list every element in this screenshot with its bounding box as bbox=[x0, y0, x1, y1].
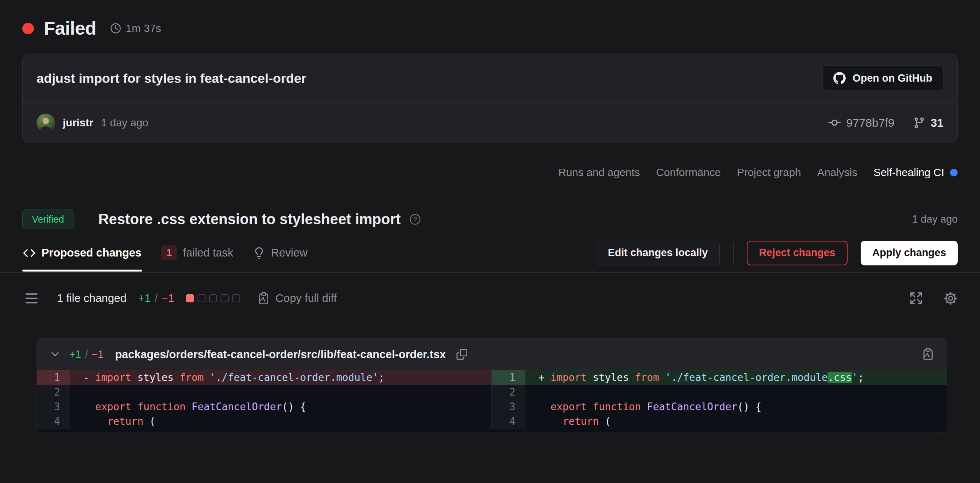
reject-changes-button[interactable]: Reject changes bbox=[747, 241, 848, 265]
copy-full-diff-label: Copy full diff bbox=[276, 292, 337, 305]
stat-square-empty bbox=[209, 294, 217, 302]
code-text: return ( bbox=[525, 414, 947, 429]
line-number: 2 bbox=[492, 385, 525, 399]
actions-divider bbox=[733, 242, 734, 264]
commit-card-top: adjust import for styles in feat-cancel-… bbox=[23, 54, 957, 102]
status-title: Failed bbox=[44, 18, 96, 39]
diff-toolbar-left: 1 file changed +1 / −1 Copy full diff bbox=[25, 292, 337, 305]
apply-changes-button[interactable]: Apply changes bbox=[861, 241, 958, 265]
clipboard-icon bbox=[257, 292, 270, 305]
branch-count: 31 bbox=[931, 116, 943, 129]
line-number: 3 bbox=[492, 399, 525, 414]
diff-line: 1+ import styles from './feat-cancel-ord… bbox=[492, 370, 947, 385]
github-icon bbox=[833, 72, 846, 84]
commit-time-ago: 1 day ago bbox=[101, 117, 148, 129]
stat-square-filled bbox=[186, 294, 194, 302]
stat-square-empty bbox=[221, 294, 229, 302]
hamburger-menu-icon[interactable] bbox=[25, 292, 38, 305]
tab-review[interactable]: Review bbox=[253, 235, 308, 271]
commit-card-bottom: juristr 1 day ago 9778b7f9 31 bbox=[23, 102, 957, 143]
code-text: return ( bbox=[70, 414, 492, 429]
copy-full-diff-button[interactable]: Copy full diff bbox=[257, 292, 337, 305]
section-nav: Runs and agents Conformance Project grap… bbox=[22, 166, 958, 179]
commit-meta: 9778b7f9 31 bbox=[828, 116, 943, 129]
commit-card: adjust import for styles in feat-cancel-… bbox=[22, 54, 958, 143]
code-text: export function FeatCancelOrder() { bbox=[525, 399, 947, 414]
tab-failed-task[interactable]: 1 failed task bbox=[161, 234, 234, 272]
tab-failed-task-label: failed task bbox=[183, 247, 233, 259]
commit-title: adjust import for styles in feat-cancel-… bbox=[37, 71, 306, 86]
tabs: Proposed changes 1 failed task Review bbox=[22, 234, 308, 272]
line-number: 4 bbox=[37, 414, 70, 429]
status-failed-dot bbox=[22, 23, 34, 34]
avatar-image bbox=[37, 114, 55, 132]
code-text: - import styles from './feat-cancel-orde… bbox=[70, 370, 492, 385]
open-on-github-label: Open on GitHub bbox=[853, 72, 932, 84]
nav-project-graph[interactable]: Project graph bbox=[737, 166, 801, 179]
tab-proposed-changes[interactable]: Proposed changes bbox=[22, 235, 142, 271]
deletions-count: −1 bbox=[162, 292, 174, 305]
fix-title: Restore .css extension to stylesheet imp… bbox=[98, 211, 401, 228]
files-changed-label: 1 file changed bbox=[57, 292, 127, 305]
diff-line: 4 return ( bbox=[37, 414, 492, 429]
copy-file-diff-icon[interactable] bbox=[921, 348, 935, 361]
fix-header: Verified Restore .css extension to style… bbox=[22, 210, 958, 229]
line-number: 1 bbox=[492, 370, 525, 385]
stat-slash: / bbox=[155, 292, 158, 305]
diff-toolbar: 1 file changed +1 / −1 Copy full diff bbox=[25, 291, 958, 305]
diff-line: 1- import styles from './feat-cancel-ord… bbox=[37, 370, 492, 385]
tabs-row: Proposed changes 1 failed task Review Ed… bbox=[0, 234, 980, 273]
edit-changes-locally-button[interactable]: Edit changes locally bbox=[596, 241, 720, 265]
fix-time-ago: 1 day ago bbox=[912, 213, 958, 225]
duration: 1m 37s bbox=[110, 22, 161, 35]
additions-count: +1 bbox=[138, 292, 151, 305]
commit-sha: 9778b7f9 bbox=[846, 116, 894, 129]
open-on-github-button[interactable]: Open on GitHub bbox=[822, 65, 943, 91]
commit-sha-item[interactable]: 9778b7f9 bbox=[828, 116, 894, 129]
diff-body: 1- import styles from './feat-cancel-ord… bbox=[37, 370, 947, 433]
fix-actions: Edit changes locally Reject changes Appl… bbox=[596, 241, 958, 265]
code-icon bbox=[23, 247, 35, 259]
line-number: 2 bbox=[37, 385, 70, 399]
branch-count-item[interactable]: 31 bbox=[913, 116, 943, 129]
diff-file-header: +1 / −1 packages/orders/feat-cancel-orde… bbox=[37, 339, 947, 370]
chevron-down-icon[interactable] bbox=[49, 349, 61, 360]
blue-dot-indicator bbox=[950, 169, 958, 176]
nav-conformance[interactable]: Conformance bbox=[656, 166, 721, 179]
diff-pane-old: 1- import styles from './feat-cancel-ord… bbox=[37, 370, 492, 429]
git-branch-icon bbox=[913, 117, 925, 129]
status-header: Failed 1m 37s bbox=[0, 0, 980, 39]
code-text bbox=[70, 385, 492, 399]
author-row: juristr 1 day ago bbox=[37, 114, 148, 132]
tab-proposed-changes-label: Proposed changes bbox=[42, 247, 141, 259]
line-number: 3 bbox=[37, 399, 70, 414]
expand-fullscreen-icon[interactable] bbox=[909, 291, 923, 305]
failed-task-count-badge: 1 bbox=[161, 245, 177, 260]
diff-line: 3 export function FeatCancelOrder() { bbox=[37, 399, 492, 414]
diff-pane-new: 1+ import styles from './feat-cancel-ord… bbox=[492, 370, 947, 429]
diff-line: 2 bbox=[37, 385, 492, 399]
file-path: packages/orders/feat-cancel-order/src/li… bbox=[115, 348, 446, 361]
gear-icon[interactable] bbox=[943, 291, 958, 305]
line-number: 4 bbox=[492, 414, 525, 429]
git-commit-icon bbox=[828, 117, 841, 129]
avatar bbox=[37, 114, 55, 132]
file-additions: +1 bbox=[69, 349, 81, 361]
nav-self-healing-ci[interactable]: Self-healing CI bbox=[873, 166, 958, 179]
nav-runs-and-agents[interactable]: Runs and agents bbox=[559, 166, 640, 179]
stat-square-empty bbox=[232, 294, 240, 302]
copy-path-icon[interactable] bbox=[457, 349, 467, 360]
file-stat-slash: / bbox=[85, 349, 88, 361]
help-icon[interactable]: ? bbox=[409, 213, 421, 225]
nav-analysis[interactable]: Analysis bbox=[817, 166, 857, 179]
diff-stat: +1 / −1 bbox=[138, 292, 174, 305]
duration-text: 1m 37s bbox=[126, 22, 161, 35]
diff-line: 4 return ( bbox=[492, 414, 947, 429]
stat-square-empty bbox=[197, 294, 206, 302]
diff-line: 2 bbox=[492, 385, 947, 399]
nav-self-healing-ci-label: Self-healing CI bbox=[873, 166, 944, 179]
tab-review-label: Review bbox=[271, 247, 308, 259]
diff-stat-squares bbox=[186, 294, 240, 302]
code-text bbox=[525, 385, 947, 399]
code-text: export function FeatCancelOrder() { bbox=[70, 399, 492, 414]
